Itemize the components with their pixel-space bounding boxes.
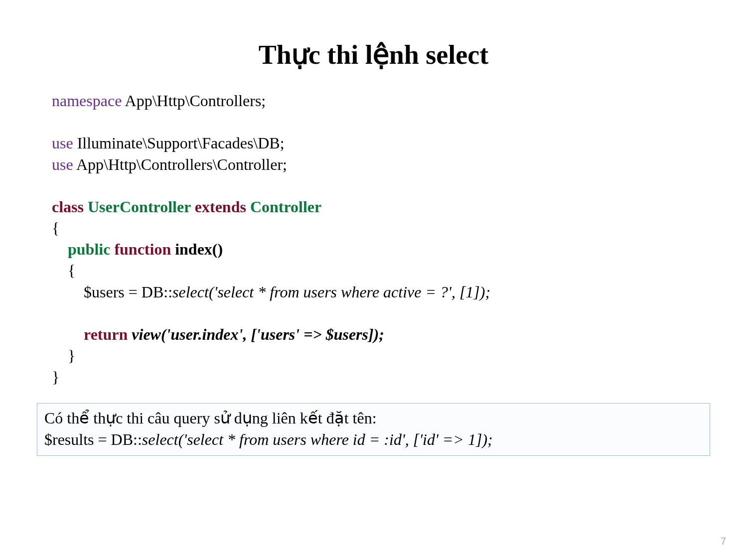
- method-name: index(): [175, 240, 223, 258]
- code-call: select('select * from users where active…: [172, 283, 490, 301]
- code-call: view('user.index', ['users' => $users]);: [128, 325, 384, 343]
- keyword-class: class: [52, 198, 88, 216]
- keyword-return: return: [84, 325, 128, 343]
- brace-close: }: [52, 367, 698, 388]
- code-line-use2: use App\Http\Controllers\Controller;: [52, 154, 698, 175]
- keyword-extends: extends: [195, 198, 250, 216]
- code-text: Illuminate\Support\Facades\DB;: [73, 134, 285, 152]
- keyword-use: use: [52, 134, 73, 152]
- parent-class: Controller: [250, 198, 321, 216]
- note-line2: $results = DB::select('select * from use…: [44, 429, 703, 450]
- code-text: $results = DB::: [44, 430, 142, 448]
- code-call: select('select * from users where id = :…: [142, 430, 493, 448]
- code-block: namespace App\Http\Controllers; use Illu…: [0, 90, 747, 388]
- note-line1: Có thể thực thi câu query sử dụng liên k…: [44, 408, 703, 429]
- note-box: Có thể thực thi câu query sử dụng liên k…: [37, 403, 710, 456]
- code-line-return: return view('user.index', ['users' => $u…: [52, 324, 698, 345]
- code-line-method: public function index(): [52, 239, 698, 260]
- inner-brace-close: }: [52, 345, 698, 367]
- keyword-public: public: [68, 240, 114, 258]
- keyword-use: use: [52, 155, 73, 173]
- keyword-namespace: namespace: [52, 92, 122, 110]
- code-text: App\Http\Controllers\Controller;: [73, 155, 287, 173]
- page-number: 7: [721, 536, 726, 547]
- blank-line: [52, 112, 698, 133]
- code-text: $users = DB::: [84, 283, 172, 301]
- brace-open: {: [52, 218, 698, 239]
- code-line-select: $users = DB::select('select * from users…: [52, 281, 698, 303]
- class-name: UserController: [88, 198, 195, 216]
- code-text: App\Http\Controllers;: [122, 92, 266, 110]
- inner-brace-open: {: [52, 260, 698, 281]
- code-line-namespace: namespace App\Http\Controllers;: [52, 90, 698, 112]
- blank-line: [52, 175, 698, 196]
- keyword-function: function: [114, 240, 175, 258]
- code-line-use1: use Illuminate\Support\Facades\DB;: [52, 133, 698, 154]
- blank-line: [52, 303, 698, 324]
- code-line-class: class UserController extends Controller: [52, 196, 698, 218]
- slide-title: Thực thi lệnh select: [0, 0, 747, 90]
